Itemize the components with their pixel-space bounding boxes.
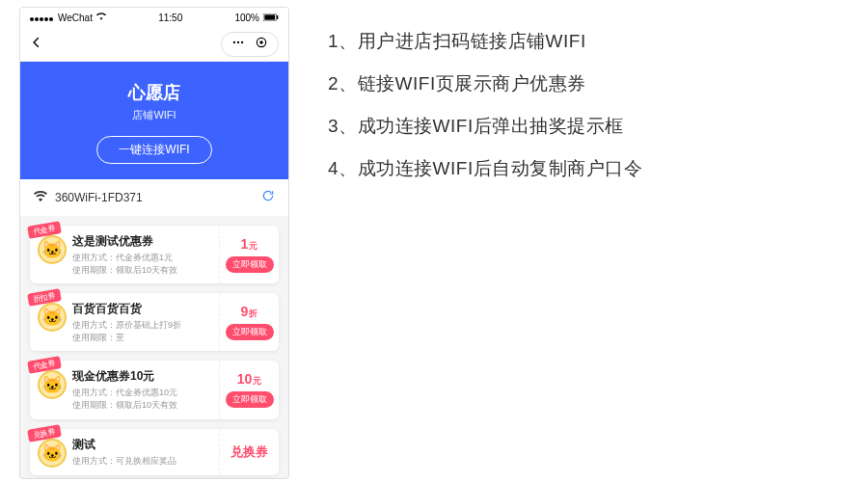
coupon-sub1: 使用方式：原价基础上打9折: [72, 319, 181, 332]
svg-point-7: [259, 40, 263, 44]
instruction-line: 2、链接WIFI页展示商户优惠券: [328, 71, 849, 96]
coupon-card[interactable]: 折扣券 🐱 百货百货百货 使用方式：原价基础上打9折 使用期限：至 9折 立即领…: [30, 293, 279, 351]
coupon-right: 兑换券: [219, 429, 279, 475]
more-icon[interactable]: [231, 36, 245, 53]
target-icon[interactable]: [255, 36, 268, 53]
coupon-sub2: 使用期限：领取后10天有效: [72, 264, 177, 277]
battery-label: 100%: [234, 13, 259, 23]
phone-mockup: WeChat 11:50 100% 心愿店 店铺WIFI 一键连接WIFI 36…: [19, 7, 289, 479]
carrier-label: WeChat: [58, 13, 93, 23]
shop-name: 心愿店: [20, 81, 288, 104]
coupon-card[interactable]: 兑换券 🐱 测试 使用方式：可兑换相应奖品 兑换券: [30, 429, 279, 475]
nav-actions: [221, 32, 279, 57]
svg-rect-2: [277, 15, 278, 19]
claim-button[interactable]: 立即领取: [226, 391, 274, 408]
coupon-card[interactable]: 代金券 🐱 这是测试优惠券 使用方式：代金券优惠1元 使用期限：领取后10天有效…: [30, 226, 279, 283]
coupon-right: 10元 立即领取: [219, 361, 279, 418]
coupon-value: 9折: [241, 304, 258, 320]
coupon-left: 🐱 这是测试优惠券 使用方式：代金券优惠1元 使用期限：领取后10天有效: [30, 226, 219, 283]
back-icon[interactable]: [30, 36, 43, 53]
instruction-line: 1、用户进店扫码链接店铺WIFI: [328, 29, 849, 54]
coupon-value: 兑换券: [231, 443, 268, 461]
svg-rect-1: [264, 14, 275, 19]
hero-banner: 心愿店 店铺WIFI 一键连接WIFI: [20, 62, 288, 179]
svg-point-5: [241, 40, 243, 42]
coupon-value: 10元: [237, 371, 262, 388]
shop-subtitle: 店铺WIFI: [20, 108, 288, 122]
cat-icon: 🐱: [38, 370, 67, 399]
coupon-right: 1元 立即领取: [219, 226, 279, 283]
coupon-right: 9折 立即领取: [219, 293, 279, 351]
wifi-icon: [34, 190, 47, 206]
coupon-sub1: 使用方式：代金券优惠1元: [72, 252, 177, 264]
svg-point-3: [233, 40, 235, 42]
wifi-row[interactable]: 360WiFi-1FD371: [20, 179, 288, 216]
coupon-sub1: 使用方式：代金券优惠10元: [72, 387, 177, 399]
instructions-panel: 1、用户进店扫码链接店铺WIFI2、链接WIFI页展示商户优惠券3、成功连接WI…: [289, 0, 868, 482]
time-label: 11:50: [158, 13, 182, 23]
coupon-title: 这是测试优惠券: [72, 233, 177, 250]
wifi-ssid: 360WiFi-1FD371: [55, 191, 143, 204]
coupon-sub1: 使用方式：可兑换相应奖品: [72, 455, 176, 468]
cat-icon: 🐱: [38, 303, 67, 332]
battery-icon: [263, 13, 279, 23]
coupon-card[interactable]: 代金券 🐱 现金优惠券10元 使用方式：代金券优惠10元 使用期限：领取后10天…: [30, 361, 279, 418]
instruction-line: 3、成功连接WIFI后弹出抽奖提示框: [328, 114, 849, 139]
claim-button[interactable]: 立即领取: [226, 256, 274, 273]
svg-point-4: [237, 40, 239, 42]
coupon-title: 测试: [72, 437, 176, 453]
coupon-left: 🐱 现金优惠券10元 使用方式：代金券优惠10元 使用期限：领取后10天有效: [30, 361, 219, 418]
coupon-sub2: 使用期限：至: [72, 332, 181, 344]
cat-icon: 🐱: [38, 235, 67, 264]
coupon-title: 百货百货百货: [72, 301, 181, 317]
status-bar: WeChat 11:50 100%: [20, 8, 288, 27]
signal-dots: [30, 13, 54, 23]
coupon-sub2: 使用期限：领取后10天有效: [72, 399, 177, 412]
coupon-value: 1元: [241, 236, 258, 253]
coupon-title: 现金优惠券10元: [72, 368, 177, 385]
coupon-list: 代金券 🐱 这是测试优惠券 使用方式：代金券优惠1元 使用期限：领取后10天有效…: [20, 216, 288, 478]
claim-button[interactable]: 立即领取: [226, 324, 274, 340]
instruction-line: 4、成功连接WIFI后自动复制商户口令: [328, 156, 849, 181]
wifi-icon: [96, 12, 106, 23]
refresh-icon[interactable]: [261, 189, 275, 206]
coupon-left: 🐱 百货百货百货 使用方式：原价基础上打9折 使用期限：至: [30, 293, 219, 351]
cat-icon: 🐱: [38, 439, 67, 468]
nav-bar: [20, 27, 288, 62]
connect-wifi-button[interactable]: 一键连接WIFI: [96, 136, 211, 164]
